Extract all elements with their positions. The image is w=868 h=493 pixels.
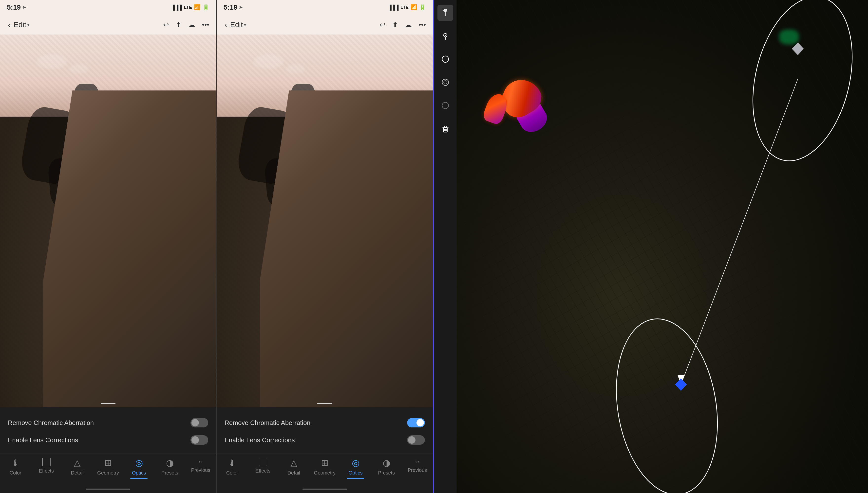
- nav-right-2: ↩ ⬆ ☁ •••: [380, 21, 426, 29]
- pin-icon: [441, 31, 450, 40]
- brush-icon: [441, 8, 450, 17]
- tab-detail-2[interactable]: △ Detail: [278, 458, 309, 476]
- geometry-label-2: Geometry: [314, 470, 336, 476]
- share-icon-2[interactable]: ⬆: [392, 21, 398, 29]
- chromatic-toggle-1[interactable]: [190, 418, 208, 427]
- presets-label-1: Presets: [161, 470, 178, 476]
- trash-icon: [441, 124, 450, 133]
- share-icon-1[interactable]: ⬆: [176, 21, 181, 29]
- tab-effects-1[interactable]: Effects: [31, 458, 62, 474]
- pin-tool-button[interactable]: [438, 28, 453, 44]
- chromatic-toggle-2[interactable]: [407, 418, 425, 427]
- effects-icon-2: [259, 458, 267, 466]
- nav-left-1: ‹ Edit ▾: [7, 19, 29, 30]
- more-icon-1[interactable]: •••: [202, 21, 209, 28]
- right-editing-panel: [433, 0, 868, 493]
- battery-icon-1: 🔋: [203, 4, 209, 10]
- back-button-1[interactable]: ‹: [7, 19, 12, 30]
- scroll-indicator-1: [101, 403, 116, 404]
- cloud-icon-1[interactable]: ☁: [188, 21, 195, 29]
- tab-color-1[interactable]: 🌡 Color: [0, 458, 31, 476]
- svg-rect-11: [444, 126, 446, 127]
- toggle-knob-2: [191, 436, 199, 444]
- toggle-knob-4: [408, 436, 416, 444]
- signal-icon-1: ▐▐▐: [171, 5, 182, 10]
- bottom-panel-1: Remove Chromatic Aberration Enable Lens …: [0, 407, 216, 493]
- setting-row-chromatic-1: Remove Chromatic Aberration: [8, 414, 208, 431]
- lens-label-2: Enable Lens Corrections: [224, 436, 295, 444]
- lte-label-1: LTE: [184, 5, 192, 10]
- caret-icon-1: ▾: [27, 22, 29, 28]
- cloud-icon-2[interactable]: ☁: [405, 21, 412, 29]
- status-time-2: 5:19 ➤: [224, 3, 243, 11]
- lens-label-1: Enable Lens Corrections: [8, 436, 78, 444]
- effects-icon-1: [42, 458, 51, 466]
- presets-label-2: Presets: [378, 470, 395, 476]
- status-right-2: ▐▐▐ LTE 📶 🔋: [388, 4, 426, 10]
- wifi-icon-2: 📶: [410, 4, 417, 10]
- lte-label-2: LTE: [400, 5, 409, 10]
- chromatic-label-2: Remove Chromatic Aberration: [224, 419, 310, 427]
- tab-optics-2[interactable]: ◎ Optics: [340, 458, 371, 479]
- edit-dropdown-1[interactable]: Edit ▾: [14, 20, 30, 29]
- tab-optics-1[interactable]: ◎ Optics: [124, 458, 155, 479]
- svg-point-7: [444, 81, 447, 84]
- undo-icon-2[interactable]: ↩: [380, 21, 385, 29]
- settings-area-1: Remove Chromatic Aberration Enable Lens …: [0, 407, 216, 454]
- nav-left-2: ‹ Edit ▾: [224, 19, 246, 30]
- lens-toggle-2[interactable]: [407, 435, 425, 445]
- svg-rect-1: [445, 11, 446, 16]
- oval-tool-button[interactable]: [438, 98, 453, 113]
- side-toolbar: [434, 0, 457, 493]
- undo-icon-1[interactable]: ↩: [163, 21, 169, 29]
- scroll-indicator-2: [317, 403, 332, 404]
- tab-effects-2[interactable]: Effects: [247, 458, 278, 474]
- photo-image-1: [0, 35, 216, 407]
- back-button-2[interactable]: ‹: [224, 19, 228, 30]
- ellipse-tool-button[interactable]: [438, 74, 453, 90]
- detail-icon-1: △: [74, 458, 81, 468]
- circle-tool-button[interactable]: [438, 51, 453, 67]
- status-right-1: ▐▐▐ LTE 📶 🔋: [171, 4, 209, 10]
- tab-previous-1[interactable]: ↔ Previous: [185, 458, 216, 473]
- more-icon-2[interactable]: •••: [419, 21, 426, 28]
- tab-presets-1[interactable]: ◑ Presets: [155, 458, 185, 476]
- chromatic-label-1: Remove Chromatic Aberration: [8, 419, 94, 427]
- delete-tool-button[interactable]: [438, 121, 453, 136]
- tab-geometry-2[interactable]: ⊞ Geometry: [309, 458, 340, 476]
- settings-area-2: Remove Chromatic Aberration Enable Lens …: [217, 407, 433, 454]
- rock-texture-right: [457, 0, 868, 493]
- previous-label-1: Previous: [191, 467, 210, 473]
- home-indicator-1: [0, 486, 216, 493]
- setting-row-chromatic-2: Remove Chromatic Aberration: [224, 414, 425, 431]
- tab-previous-2[interactable]: ↔ Previous: [402, 458, 433, 473]
- location-icon-1: ➤: [22, 5, 26, 10]
- tab-bar-1: 🌡 Color Effects △ Detail ⊞ Geometry ◎: [0, 454, 216, 486]
- phone-panel-1: 5:19 ➤ ▐▐▐ LTE 📶 🔋 ‹ Edit ▾ ↩ ⬆ ☁ •••: [0, 0, 217, 493]
- geometry-icon-2: ⊞: [321, 458, 328, 468]
- edit-canvas: [457, 0, 868, 493]
- previous-icon-2: ↔: [414, 458, 420, 465]
- tab-detail-1[interactable]: △ Detail: [62, 458, 93, 476]
- optics-label-1: Optics: [132, 470, 146, 476]
- lens-toggle-1[interactable]: [190, 435, 208, 445]
- toggle-knob-1: [191, 419, 199, 426]
- battery-icon-2: 🔋: [419, 4, 426, 10]
- tab-bar-2: 🌡 Color Effects △ Detail ⊞ Geometry ◎: [217, 454, 433, 486]
- optics-icon-1: ◎: [135, 458, 143, 468]
- detail-label-1: Detail: [71, 470, 83, 476]
- top-nav-2: ‹ Edit ▾ ↩ ⬆ ☁ •••: [217, 15, 433, 35]
- color-label-1: Color: [9, 470, 21, 476]
- edit-dropdown-2[interactable]: Edit ▾: [230, 20, 246, 29]
- tab-presets-2[interactable]: ◑ Presets: [371, 458, 402, 476]
- effects-label-1: Effects: [39, 468, 54, 474]
- home-indicator-2: [217, 486, 433, 493]
- svg-point-5: [442, 56, 448, 62]
- status-time-1: 5:19 ➤: [7, 3, 26, 11]
- tab-color-2[interactable]: 🌡 Color: [217, 458, 247, 476]
- tab-geometry-1[interactable]: ⊞ Geometry: [93, 458, 123, 476]
- brush-tool-button[interactable]: [438, 5, 453, 21]
- home-bar-1: [86, 489, 130, 490]
- nav-right-1: ↩ ⬆ ☁ •••: [163, 21, 209, 29]
- svg-point-8: [442, 102, 448, 109]
